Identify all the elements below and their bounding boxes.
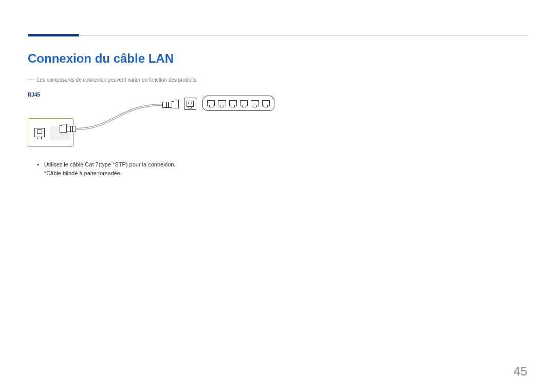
switch-port-icon [262, 100, 270, 106]
page-number: 45 [513, 364, 527, 379]
modem-icon [184, 98, 196, 110]
switch-port-icon [218, 100, 226, 106]
switch-port-icon [240, 100, 248, 106]
ethernet-plug-left-icon [60, 124, 77, 134]
instruction-bullet-list: • Utilisez le câble Cat 7(type *STP) pou… [37, 160, 527, 177]
rj45-port-icon [187, 101, 194, 107]
bullet-text: Utilisez le câble Cat 7(type *STP) pour … [44, 160, 527, 177]
header-accent-bar [28, 34, 79, 36]
switch-port-icon [207, 100, 215, 106]
component-variation-note: Les composants de connexion peuvent vari… [28, 77, 527, 83]
note-text: Les composants de connexion peuvent vari… [37, 77, 198, 83]
ethernet-plug-right-icon [161, 100, 179, 109]
page-content: Connexion du câble LAN Les composants de… [28, 51, 527, 177]
bullet-line-1: Utilisez le câble Cat 7(type *STP) pour … [44, 161, 176, 167]
lan-connection-diagram [28, 100, 295, 151]
network-switch-icon [202, 96, 274, 111]
port-label-rj45: RJ45 [28, 92, 527, 98]
list-item: • Utilisez le câble Cat 7(type *STP) pou… [37, 160, 527, 177]
cable-path-icon [60, 100, 178, 136]
header-rule [28, 35, 527, 35]
switch-port-icon [251, 100, 258, 106]
bullet-icon: • [37, 160, 39, 177]
section-title: Connexion du câble LAN [28, 51, 527, 66]
note-dash-icon [28, 80, 35, 80]
ethernet-cable-icon [60, 100, 178, 135]
switch-port-icon [229, 100, 237, 106]
rj45-port-icon [34, 128, 45, 137]
bullet-line-2: *Câble blindé à paire torsadée. [44, 170, 122, 176]
